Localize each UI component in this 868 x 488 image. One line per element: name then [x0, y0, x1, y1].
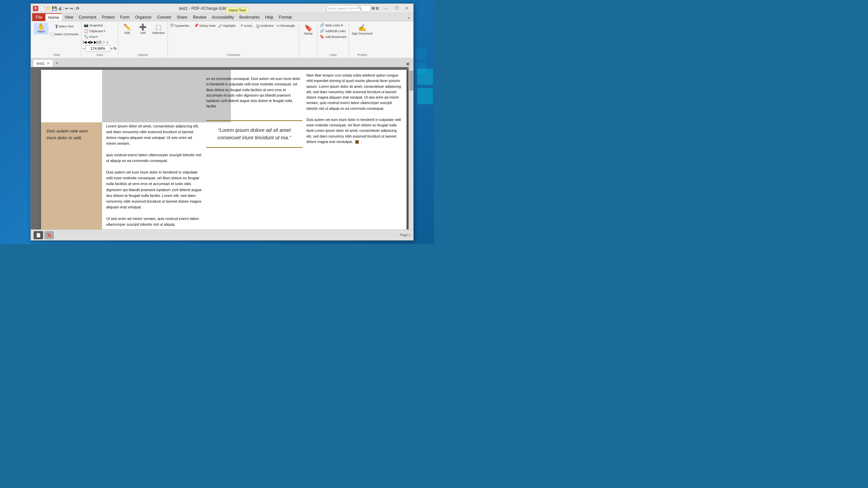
minimize-button[interactable]: — — [381, 5, 391, 12]
tools-group: ✋ Hand 𝐓 Select Text ⬚ Select Comments T… — [32, 22, 81, 57]
menu-convert[interactable]: Convert — [154, 13, 174, 21]
find-tool-button[interactable]: 🔍 Find ▾ — [83, 34, 117, 39]
protect-group: ✍️ Sign Document Protect — [349, 22, 375, 57]
menu-file[interactable]: File — [32, 13, 45, 21]
bookmark-icon: 🔖 — [320, 35, 324, 39]
typewriter-icon: Ⓣ — [170, 23, 174, 28]
menubar: File Home View Comment Protect Form Orga… — [31, 13, 413, 21]
close-tab-icon[interactable]: ✕ — [406, 61, 410, 67]
add-button[interactable]: ➕ Add — [135, 23, 150, 36]
arrow-button[interactable]: ↗ Arrow , — [239, 23, 255, 28]
sign-icon: ✍️ — [358, 24, 367, 32]
ribbon-right-controls: ⌄ — [294, 15, 412, 20]
tab-label: test1 — [37, 61, 45, 65]
links-label: Links — [317, 53, 349, 57]
web-links-button[interactable]: 🔗 Web Links ▾ — [319, 23, 347, 28]
end-marker — [355, 140, 359, 144]
menu-accessibility[interactable]: Accessibility — [209, 13, 236, 21]
text-select-group: 𝐓 Select Text ⬚ Select Comments — [48, 23, 80, 38]
select-text-button[interactable]: 𝐓 Select Text — [48, 23, 80, 30]
redo-icon[interactable]: ↪ — [70, 6, 73, 11]
section-heading-area: Sed diam nonummy nibh lorem proximo. — [102, 227, 407, 229]
tab-test1[interactable]: test1 ✕ — [33, 59, 53, 67]
vertical-scrollbar[interactable] — [409, 67, 413, 229]
selection-button[interactable]: ⬚ Selection — [151, 23, 166, 36]
objects-label: Objects — [118, 53, 167, 57]
ribbon-expand-icon[interactable]: ⌄ — [407, 15, 411, 20]
rectangle-button[interactable]: ▭ Rectangle , — [275, 23, 298, 28]
image-spacer — [106, 73, 202, 123]
new-icon[interactable]: 📄 — [40, 6, 45, 11]
next-page-icon[interactable]: ▶ — [91, 40, 93, 44]
objects-buttons: ✏️ Edit ➕ Add ⬚ Selection — [120, 23, 166, 36]
save-icon[interactable]: 💾 — [52, 6, 57, 11]
quick-launch-input[interactable]: Quick Launch (Ctrl+/) 🔍 — [327, 5, 371, 12]
menu-help[interactable]: Help — [262, 13, 276, 21]
sep2-icon: | — [74, 6, 75, 11]
tab-controls: ✕ — [406, 61, 411, 67]
sticky-note-button[interactable]: 📌 Sticky Note — [193, 23, 217, 28]
menu-organize[interactable]: Organize — [132, 13, 154, 21]
edit-button[interactable]: ✏️ Edit — [120, 23, 135, 36]
sign-document-button[interactable]: ✍️ Sign Document — [350, 23, 374, 37]
menu-share[interactable]: Share — [174, 13, 190, 21]
tab-add-button[interactable]: + — [53, 59, 61, 67]
status-text: Page 1 — [400, 233, 411, 237]
col1-para3: Duis autem vel eum iriure dolor in hendr… — [106, 169, 202, 210]
menu-protect[interactable]: Protect — [99, 13, 117, 21]
print-icon[interactable]: 🖨 — [58, 6, 62, 11]
ribbon: File Home View Comment Protect Form Orga… — [31, 13, 413, 58]
menu-form[interactable]: Form — [117, 13, 132, 21]
view-buttons: 📷 Snapshot 📋 Clipboard ▾ 🔍 Find ▾ — [83, 23, 117, 39]
menu-format[interactable]: Format — [276, 13, 294, 21]
zoom-out-icon[interactable]: − — [83, 46, 85, 50]
comment-label: Comment — [168, 53, 299, 57]
scrollbar-thumb[interactable] — [409, 70, 413, 91]
fit-height-icon[interactable]: ↕ — [106, 40, 108, 44]
restore-button[interactable]: ❐ — [392, 5, 401, 12]
pdf-page: Duis autem vele eum iriure dolor in veli… — [41, 70, 407, 229]
page-thumb-button[interactable]: 📄 — [34, 231, 43, 239]
tab-close-icon[interactable]: ✕ — [47, 61, 50, 65]
col1-para4: Ut wisi enim ad minim veniam, quis nostr… — [106, 216, 202, 227]
zoom-in-icon[interactable]: + — [111, 46, 113, 50]
undo-icon[interactable]: ↩ — [65, 6, 68, 11]
clipboard-button[interactable]: 📋 Clipboard ▾ — [83, 28, 117, 34]
menu-review[interactable]: Review — [190, 13, 209, 21]
comment-group: Ⓣ Typewriter , 📌 Sticky Note 🖊 Highlight… — [168, 22, 299, 57]
first-page-icon[interactable]: |◀ — [83, 40, 86, 44]
menu-bookmarks[interactable]: Bookmarks — [237, 13, 262, 21]
underline-button[interactable]: U Underline — [255, 23, 275, 28]
close-button[interactable]: ✕ — [402, 5, 411, 12]
hand-tool-button[interactable]: ✋ Hand — [34, 23, 48, 35]
column-1: Lorem ipsum dolor sit amet, consectetuer… — [106, 73, 206, 227]
menu-view[interactable]: View — [62, 13, 76, 21]
open-icon[interactable]: 📁 — [46, 6, 51, 11]
pdf-sidebar: Duis autem vele eum iriure dolor in veli… — [41, 122, 102, 229]
highlight-button[interactable]: 🖊 Highlight . — [217, 23, 238, 28]
add-bookmark-button[interactable]: 🔖 Add Bookmark — [319, 34, 347, 39]
view-icons: ⊞ — [372, 6, 375, 11]
last-page-icon[interactable]: ▶| — [94, 40, 98, 44]
rotate-icon[interactable]: ↻ — [114, 46, 117, 51]
menu-comment[interactable]: Comment — [76, 13, 99, 21]
nav-icons: |◀ ◀ ▶ ▶| ⊡ ↔ ↕ — [83, 40, 117, 44]
select-comments-button[interactable]: ⬚ Select Comments — [48, 31, 80, 38]
bookmark-panel-button[interactable]: 🔖 — [44, 231, 54, 239]
fit-page-icon[interactable]: ⊡ — [98, 40, 101, 44]
refresh-icon[interactable]: ⟳ — [76, 6, 79, 11]
add-edit-links-icon: 🔗 — [320, 29, 324, 33]
prev-page-icon[interactable]: ◀ — [87, 40, 90, 44]
stamp-group: 🔖 Stamp — [299, 22, 317, 57]
zoom-level[interactable]: 174.84% — [85, 45, 110, 52]
layout-icon: ⊟ — [376, 6, 379, 11]
sticky-note-icon: 📌 — [194, 23, 199, 28]
fit-width-icon[interactable]: ↔ — [102, 40, 106, 44]
menu-home[interactable]: Home — [45, 13, 62, 21]
protect-label: Protect — [349, 53, 375, 57]
add-edit-links-button[interactable]: 🔗 Add/Edit Links — [319, 28, 347, 34]
snapshot-button[interactable]: 📷 Snapshot — [83, 23, 117, 28]
stamp-button[interactable]: 🔖 Stamp — [301, 23, 316, 37]
typewriter-button[interactable]: Ⓣ Typewriter , — [169, 23, 192, 28]
pull-quote: “Lorem ipsum dolore ad sit amet consecue… — [206, 120, 302, 148]
